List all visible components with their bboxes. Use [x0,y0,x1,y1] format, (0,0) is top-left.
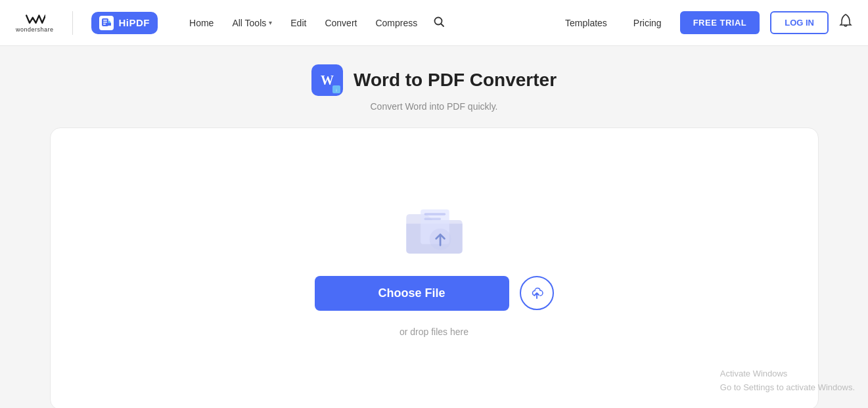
page-title: Word to PDF Converter [354,70,557,91]
search-icon[interactable] [428,11,450,35]
svg-point-4 [435,17,442,24]
free-trial-button[interactable]: FREE TRIAL [680,11,760,34]
page-subtitle: Convert Word into PDF quickly. [371,101,498,112]
nav-all-tools[interactable]: All Tools ▾ [224,12,280,34]
page-header: W ↓ Word to PDF Converter [311,64,557,96]
folder-upload-svg-icon [401,201,467,260]
all-tools-chevron-icon: ▾ [269,19,272,26]
logo-area: wondershare HiPDF [16,11,158,35]
wondershare-text: wondershare [16,26,54,33]
svg-rect-2 [103,22,107,23]
nav-convert[interactable]: Convert [317,12,365,34]
nav-templates[interactable]: Templates [557,12,615,34]
hipdf-label: HiPDF [119,17,150,28]
nav-home[interactable]: Home [181,12,221,34]
nav-compress[interactable]: Compress [367,12,425,34]
main-content: W ↓ Word to PDF Converter Convert Word i… [0,46,868,408]
upload-actions: Choose File [315,276,554,311]
wondershare-logo[interactable]: wondershare [16,13,54,33]
notification-bell-icon[interactable] [839,14,852,32]
svg-rect-3 [103,24,106,25]
header: wondershare HiPDF Home All Tools ▾ [0,0,868,46]
main-nav: Home All Tools ▾ Edit Convert Compress [181,11,450,35]
svg-line-5 [442,24,444,26]
header-right: Templates Pricing FREE TRIAL LOG IN [557,11,852,34]
word-to-pdf-icon: W ↓ [311,64,343,96]
logo-divider [72,11,73,35]
login-button[interactable]: LOG IN [770,11,829,34]
hipdf-badge[interactable]: HiPDF [91,12,158,34]
cloud-upload-button[interactable] [520,276,554,310]
svg-rect-1 [103,20,107,21]
svg-rect-8 [424,217,440,220]
drop-text: or drop files here [400,327,468,337]
cloud-upload-icon [530,286,544,300]
activate-windows-watermark: Activate Windows Go to Settings to activ… [720,367,855,395]
nav-edit[interactable]: Edit [283,12,314,34]
choose-file-button[interactable]: Choose File [315,276,509,311]
hipdf-icon [99,16,114,30]
upload-container: Choose File or drop files here [50,127,819,408]
upload-icon-area [401,201,467,260]
svg-rect-7 [424,213,445,215]
nav-pricing[interactable]: Pricing [626,12,670,34]
pdf-arrow-icon: ↓ [332,85,340,93]
